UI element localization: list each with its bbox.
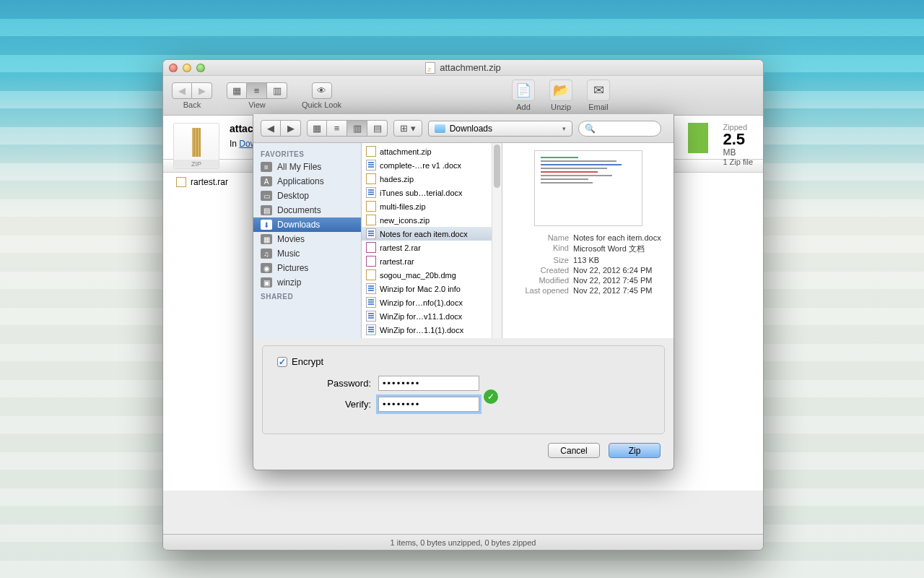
preview-value: Nov 22, 2012 7:45 PM	[573, 286, 665, 295]
file-row[interactable]: complete-…re v1 .docx	[362, 158, 492, 172]
preview-row: ModifiedNov 22, 2012 7:45 PM	[511, 276, 665, 285]
file-icon	[366, 283, 376, 294]
sidebar-item-downloads[interactable]: ⬇Downloads	[253, 217, 361, 232]
preview-row: Size113 KB	[511, 256, 665, 264]
file-row[interactable]: Notes for each item.docx	[362, 227, 492, 241]
file-name: WinZip for…v11.1.docx	[380, 312, 462, 321]
sidebar-item-movies[interactable]: ▦Movies	[253, 232, 361, 246]
file-row[interactable]: iTunes sub…terial.docx	[362, 186, 492, 199]
add-button[interactable]: 📄	[512, 79, 535, 101]
list-view-button[interactable]: ≡	[247, 82, 267, 99]
sheet-buttons: Cancel Zip	[253, 434, 674, 470]
file-name: Winzip for…nfo(1).docx	[380, 298, 463, 307]
sheet-fwd-button[interactable]: ▶	[281, 120, 301, 137]
file-icon	[366, 324, 376, 335]
quicklook-group: 👁 Quick Look	[302, 82, 341, 109]
file-row[interactable]: multi-files.zip	[362, 199, 492, 213]
file-row[interactable]: WinZip inf…ore v1.docx	[362, 337, 492, 338]
sheet-icon-view[interactable]: ▦	[307, 120, 327, 137]
preview-row: CreatedNov 22, 2012 6:24 PM	[511, 266, 665, 275]
back-button[interactable]: ◀	[172, 82, 192, 99]
preview-key: Created	[511, 266, 569, 275]
encrypt-checkbox[interactable]: ✓	[277, 357, 287, 367]
email-button[interactable]: ✉	[587, 79, 610, 101]
encrypt-box: ✓ Encrypt Password: Verify: ✓	[262, 345, 665, 434]
rar-icon	[176, 177, 186, 187]
sheet-cover-view[interactable]: ▤	[367, 120, 388, 137]
sidebar-item-music[interactable]: ♫Music	[253, 246, 361, 261]
file-icon	[366, 201, 376, 212]
file-name: multi-files.zip	[380, 202, 426, 211]
file-name: rartest.rar	[380, 257, 414, 266]
file-name: rartest.rar	[191, 177, 228, 187]
sheet-list-view[interactable]: ≡	[327, 120, 347, 137]
file-icon	[366, 242, 376, 253]
search-input[interactable]: 🔍	[578, 121, 661, 137]
sidebar-item-winzip[interactable]: ▣winzip	[253, 275, 361, 290]
file-row[interactable]: attachment.zip	[362, 144, 492, 158]
file-row[interactable]: Winzip for…nfo(1).docx	[362, 296, 492, 309]
file-row[interactable]: hades.zip	[362, 172, 492, 186]
file-column: attachment.zipcomplete-…re v1 .docxhades…	[362, 143, 502, 338]
file-row[interactable]: new_icons.zip	[362, 213, 492, 227]
sidebar-item-pictures[interactable]: ◉Pictures	[253, 261, 361, 275]
sidebar-item-label: Music	[277, 249, 300, 259]
preview-key: Name	[511, 233, 569, 242]
file-name: attachment.zip	[380, 147, 432, 156]
file-row[interactable]: rartest 2.rar	[362, 241, 492, 254]
file-row[interactable]: rartest.rar	[362, 254, 492, 268]
status-bar: 1 items, 0 bytes unzipped, 0 bytes zippe…	[163, 534, 763, 550]
cancel-button[interactable]: Cancel	[548, 443, 600, 458]
file-row[interactable]: Winzip for Mac 2.0 info	[362, 282, 492, 296]
email-label: Email	[588, 103, 609, 111]
add-group: 📄 Add	[512, 79, 535, 111]
sheet-back-button[interactable]: ◀	[261, 120, 281, 137]
view-group: ▦ ≡ ▥ View	[227, 82, 287, 109]
back-label: Back	[183, 100, 201, 109]
sidebar-icon: ⬇	[261, 220, 272, 230]
arrange-button[interactable]: ⊞ ▾	[393, 120, 422, 137]
scrollbar[interactable]	[492, 143, 502, 338]
sidebar-icon: ◉	[261, 263, 272, 273]
zip-doc-icon	[425, 62, 435, 74]
sidebar-item-label: Desktop	[277, 191, 309, 201]
sidebar-item-desktop[interactable]: ▭Desktop	[253, 189, 361, 203]
file-icon	[366, 146, 376, 157]
sidebar-item-all-my-files[interactable]: ≡All My Files	[253, 160, 361, 174]
sidebar-item-label: Documents	[277, 205, 321, 215]
check-ok-icon: ✓	[484, 389, 498, 404]
file-browser: FAVORITES ≡All My FilesAApplications▭Des…	[253, 143, 674, 338]
file-row[interactable]: WinZip for…v11.1.docx	[362, 309, 492, 323]
password-input[interactable]	[378, 376, 479, 391]
icon-view-button[interactable]: ▦	[227, 82, 247, 99]
file-count: 1 Zip file	[723, 158, 753, 166]
file-row[interactable]: sogou_mac_20b.dmg	[362, 268, 492, 282]
file-icon	[366, 173, 376, 184]
verify-input[interactable]	[378, 397, 479, 412]
quicklook-button[interactable]: 👁	[312, 82, 332, 99]
sidebar-item-applications[interactable]: AApplications	[253, 174, 361, 189]
titlebar[interactable]: attachment.zip	[163, 60, 763, 76]
sidebar-item-label: Downloads	[277, 220, 320, 230]
sidebar-item-label: Movies	[277, 234, 305, 244]
zip-button[interactable]: Zip	[609, 443, 661, 458]
file-icon	[366, 256, 376, 267]
column-view-button[interactable]: ▥	[267, 82, 287, 99]
unzip-button[interactable]: 📂	[549, 79, 572, 101]
sidebar-item-label: winzip	[277, 277, 301, 288]
file-name: iTunes sub…terial.docx	[380, 189, 463, 197]
sidebar-icon: ▤	[261, 205, 272, 215]
view-label: View	[248, 100, 266, 109]
unzip-label: Unzip	[551, 103, 571, 111]
sidebar-icon: ≡	[261, 162, 272, 172]
sidebar-icon: ▦	[261, 234, 272, 244]
sheet-column-view[interactable]: ▥	[347, 120, 367, 137]
sidebar-item-documents[interactable]: ▤Documents	[253, 203, 361, 217]
file-row[interactable]: WinZip for…1.1(1).docx	[362, 323, 492, 337]
path-popup[interactable]: Downloads	[428, 121, 572, 137]
file-name: sogou_mac_20b.dmg	[380, 271, 456, 280]
forward-button[interactable]: ▶	[192, 82, 212, 99]
file-icon	[366, 215, 376, 225]
file-name: rartest 2.rar	[380, 243, 421, 252]
preview-key: Kind	[511, 243, 569, 254]
